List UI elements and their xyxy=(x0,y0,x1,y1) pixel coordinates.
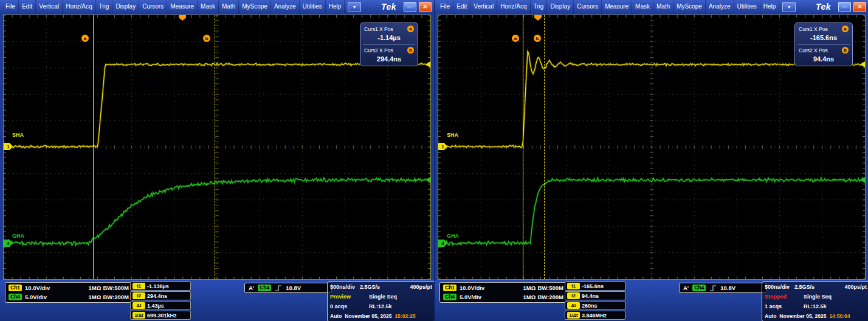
cursor-measurements: t1 -165.6ns t2 94.4ns Δt 260ns 1/Δt 3.84… xyxy=(565,281,625,320)
menu-myscope[interactable]: MyScope xyxy=(239,0,271,13)
oscilloscope-window: File Edit Vertical Horiz/Acq Trig Displa… xyxy=(434,0,868,321)
curs1-value: -1.14µs xyxy=(364,32,414,43)
menu-measure[interactable]: Measure xyxy=(167,0,198,13)
cursor-a-badge: a xyxy=(407,26,414,32)
channel4-bandwidth: BW:200M xyxy=(537,294,563,300)
cursor-meas-inverse-delta-t[interactable]: 1/Δt 3.846MHz xyxy=(565,311,625,320)
channel4-readout[interactable]: Ch4 5.0V/div 1MΩ BW:200M xyxy=(9,294,129,300)
channel4-scale: 5.0V/div xyxy=(460,294,481,300)
channel1-level-arrow-icon xyxy=(860,61,865,67)
horizontal-acquisition-readout[interactable]: 500ns/div 2.5GS/s 400ps/pt Preview Singl… xyxy=(327,281,434,321)
inverse-delta-t-value: 3.846MHz xyxy=(582,312,607,319)
close-button[interactable]: ✕ xyxy=(853,2,866,12)
time-text: 14:50:04 xyxy=(829,313,850,319)
cursor-meas-t1[interactable]: t1 -165.6ns xyxy=(565,281,625,291)
tek-logo: Tek xyxy=(381,2,396,12)
menu-horiz-acq[interactable]: Horiz/Acq xyxy=(63,0,95,13)
menu-file[interactable]: File xyxy=(437,0,453,13)
menu-edit[interactable]: Edit xyxy=(453,0,470,13)
chevron-down-icon: ▼ xyxy=(787,5,791,9)
cursor-meas-t2[interactable]: t2 294.4ns xyxy=(130,291,191,300)
menu-bar: File Edit Vertical Horiz/Acq Trig Displa… xyxy=(0,0,434,13)
menu-mask[interactable]: Mask xyxy=(198,0,219,13)
cursor-meas-inverse-delta-t[interactable]: 1/Δt 699.301kHz xyxy=(130,311,191,320)
curs2-label: Curs2 X Pos xyxy=(799,47,828,54)
trigger-source-label: A' xyxy=(249,285,254,291)
cursor-b-badge: b xyxy=(407,47,414,54)
acquisition-count: 0 acqs xyxy=(330,303,364,309)
channel1-readout[interactable]: Ch1 10.0V/div 1MΩ BW:500M xyxy=(9,285,129,291)
menu-utilities[interactable]: Utilities xyxy=(734,0,760,13)
t2-value: 294.4ns xyxy=(147,293,167,299)
trigger-readout[interactable]: A' Ch4 10.8V xyxy=(679,283,766,293)
date-text: November 05, 2025 xyxy=(345,313,391,319)
curs2-value: 94.4ns xyxy=(799,54,849,64)
minimize-button[interactable]: — xyxy=(838,2,851,12)
menu-edit[interactable]: Edit xyxy=(19,0,36,13)
delta-t-value: 260ns xyxy=(582,303,598,309)
cursor-b-tag: b xyxy=(203,35,210,42)
channel4-readout[interactable]: Ch4 5.0V/div 1MΩ BW:200M xyxy=(443,294,563,300)
trigger-readout[interactable]: A' Ch4 10.8V xyxy=(244,283,332,293)
menu-file[interactable]: File xyxy=(2,0,19,13)
graticule: a b 1 4 SHA GHA Curs1 X Pos a -1.14µs xyxy=(3,15,431,280)
menu-analyze[interactable]: Analyze xyxy=(706,0,734,13)
menu-mask[interactable]: Mask xyxy=(632,0,653,13)
channel1-level-arrow-icon xyxy=(425,61,430,67)
channel1-bandwidth: BW:500M xyxy=(537,285,563,291)
cursor-b-line[interactable] xyxy=(215,15,215,279)
channel-readouts[interactable]: Ch1 10.0V/div 1MΩ BW:500M Ch4 5.0V/div 1… xyxy=(439,282,567,303)
cursor-b-line[interactable] xyxy=(544,15,545,279)
horizontal-acquisition-readout[interactable]: 500ns/div 2.5GS/s 400ps/pt Stopped Singl… xyxy=(762,281,868,321)
cursor-a-line[interactable] xyxy=(523,15,523,279)
menu-dropdown-button[interactable]: ▼ xyxy=(348,2,361,12)
menu-vertical[interactable]: Vertical xyxy=(470,0,497,13)
menu-math[interactable]: Math xyxy=(653,0,673,13)
menu-cursors[interactable]: Cursors xyxy=(139,0,167,13)
cursor-a-tag: a xyxy=(512,35,519,42)
t2-badge: t2 xyxy=(567,292,580,299)
channel4-level-arrow-icon xyxy=(425,177,430,183)
channel4-badge: Ch4 xyxy=(9,294,22,300)
cursor-meas-delta-t[interactable]: Δt 260ns xyxy=(565,301,625,310)
menu-math[interactable]: Math xyxy=(219,0,239,13)
cursor-b-tag: b xyxy=(534,35,541,42)
menu-cursors[interactable]: Cursors xyxy=(574,0,602,13)
menu-measure[interactable]: Measure xyxy=(602,0,632,13)
cursor-meas-t1[interactable]: t1 -1.136µs xyxy=(130,281,191,291)
divider xyxy=(363,44,415,45)
cursor-b-badge: b xyxy=(842,47,849,54)
inverse-delta-t-badge: 1/Δt xyxy=(567,312,580,319)
record-length: RL:12.5k xyxy=(804,303,827,309)
channel4-trace-label: GHA xyxy=(12,233,24,239)
menu-bar: File Edit Vertical Horiz/Acq Trig Displa… xyxy=(435,0,868,13)
cursor-meas-t2[interactable]: t2 94.4ns xyxy=(565,291,625,300)
minimize-button[interactable]: — xyxy=(404,2,416,12)
status-bar: Ch1 10.0V/div 1MΩ BW:500M Ch4 5.0V/div 1… xyxy=(435,280,868,321)
close-button[interactable]: ✕ xyxy=(419,2,432,12)
menu-help[interactable]: Help xyxy=(760,0,780,13)
menu-trig[interactable]: Trig xyxy=(531,0,548,13)
acquisition-mode: Single Seq xyxy=(369,294,397,300)
menu-utilities[interactable]: Utilities xyxy=(300,0,326,13)
cursor-a-line[interactable] xyxy=(93,15,94,279)
channel1-readout[interactable]: Ch1 10.0V/div 1MΩ BW:500M xyxy=(443,285,563,291)
sample-rate-value: 2.5GS/s xyxy=(360,284,380,290)
menu-trig[interactable]: Trig xyxy=(96,0,113,13)
menu-dropdown-button[interactable]: ▼ xyxy=(782,2,796,12)
date-text: November 05, 2025 xyxy=(779,313,826,319)
menu-display[interactable]: Display xyxy=(547,0,574,13)
menu-vertical[interactable]: Vertical xyxy=(36,0,63,13)
menu-horiz-acq[interactable]: Horiz/Acq xyxy=(497,0,530,13)
window-controls: Tek — ✕ xyxy=(816,2,866,12)
cursor-meas-delta-t[interactable]: Δt 1.43µs xyxy=(130,301,191,310)
menu-analyze[interactable]: Analyze xyxy=(271,0,300,13)
menu-help[interactable]: Help xyxy=(326,0,345,13)
acquisition-state: Stopped xyxy=(765,294,799,300)
menu-myscope[interactable]: MyScope xyxy=(673,0,706,13)
graticule: a b 1 4 SHA GHA Curs1 X Pos a -165.6ns xyxy=(438,15,866,280)
curs2-value: 294.4ns xyxy=(364,54,414,64)
menu-display[interactable]: Display xyxy=(112,0,139,13)
channel-readouts[interactable]: Ch1 10.0V/div 1MΩ BW:500M Ch4 5.0V/div 1… xyxy=(5,282,133,303)
trigger-mode: Auto xyxy=(765,313,776,319)
